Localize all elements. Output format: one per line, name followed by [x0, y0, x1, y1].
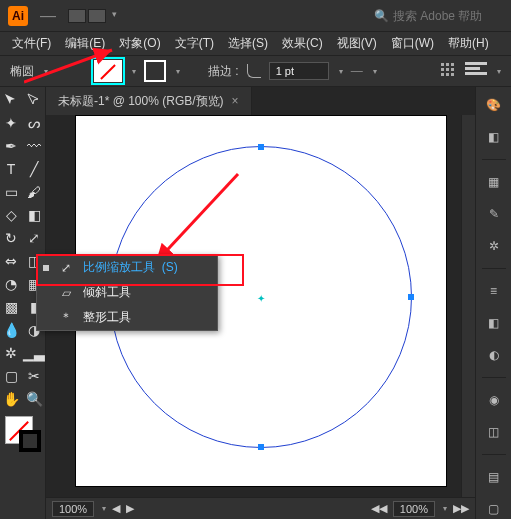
artboards-icon[interactable]: ▢ [484, 499, 504, 519]
stroke-label: 描边 : [208, 63, 239, 80]
artboard-tool[interactable]: ▢ [0, 365, 22, 387]
menu-file[interactable]: 文件(F) [6, 32, 57, 55]
layers-icon[interactable]: ▤ [484, 467, 504, 487]
chevron-down-icon[interactable]: ▾ [44, 67, 48, 76]
color-panel-icon[interactable]: 🎨 [484, 95, 504, 115]
curvature-tool[interactable]: 〰 [23, 135, 45, 157]
brushes-icon[interactable]: ✎ [484, 204, 504, 224]
nav-next[interactable]: ▶ [126, 502, 134, 515]
eyedropper-tool[interactable]: 💧 [0, 319, 22, 341]
shear-icon: ▱ [57, 286, 75, 300]
transparency-grid-icon[interactable] [441, 63, 457, 79]
scale-tool-flyout: ⤢ 比例缩放工具 (S) ▱ 倾斜工具 ＊ 整形工具 [36, 254, 218, 331]
right-panels: 🎨 ◧ ▦ ✎ ✲ ≡ ◧ ◐ ◉ ◫ ▤ ▢ [475, 87, 511, 519]
menu-help[interactable]: 帮助(H) [442, 32, 495, 55]
flyout-scale-tool[interactable]: ⤢ 比例缩放工具 (S) [37, 255, 217, 280]
options-bar: 椭圆 ▾ ▾ ▾ 描边 : 1 pt ▾ — ▾ ▾ [0, 55, 511, 87]
divider: — [40, 7, 56, 25]
flyout-label: 倾斜工具 [83, 284, 131, 301]
color-guide-icon[interactable]: ◧ [484, 127, 504, 147]
stroke-weight-field[interactable]: 1 pt [269, 62, 329, 80]
menu-object[interactable]: 对象(O) [113, 32, 166, 55]
transparency-icon[interactable]: ◐ [484, 345, 504, 365]
menu-window[interactable]: 窗口(W) [385, 32, 440, 55]
shape-label: 椭圆 [10, 63, 34, 80]
menu-view[interactable]: 视图(V) [331, 32, 383, 55]
chevron-down-icon[interactable]: ▾ [339, 67, 343, 76]
status-bar: 100% ▾ ◀ ▶ ◀◀ 100% ▾ ▶▶ [46, 497, 475, 519]
anchor-point[interactable] [408, 294, 414, 300]
paintbrush-tool[interactable]: 🖌 [23, 181, 45, 203]
slice-tool[interactable]: ✂ [23, 365, 45, 387]
appearance-icon[interactable]: ◉ [484, 390, 504, 410]
selected-marker [43, 265, 49, 271]
lasso-tool[interactable]: ᔕ [23, 112, 45, 134]
gradient-panel-icon[interactable]: ◧ [484, 313, 504, 333]
fill-swatch[interactable] [94, 60, 122, 82]
pen-tool[interactable]: ✒ [0, 135, 22, 157]
shape-builder-tool[interactable]: ◔ [0, 273, 22, 295]
scale-tool[interactable]: ⤢ [23, 227, 45, 249]
type-tool[interactable]: T [0, 158, 22, 180]
help-search[interactable]: 🔍 [374, 9, 503, 23]
width-tool[interactable]: ⇔ [0, 250, 22, 272]
nav-next-2[interactable]: ▶▶ [453, 502, 469, 515]
flyout-shear-tool[interactable]: ▱ 倾斜工具 [37, 280, 217, 305]
graphic-styles-icon[interactable]: ◫ [484, 422, 504, 442]
zoom-tool[interactable]: 🔍 [23, 388, 45, 410]
direct-selection-tool[interactable] [23, 89, 45, 111]
anchor-point[interactable] [258, 144, 264, 150]
column-graph-tool[interactable]: ▁▃ [23, 342, 45, 364]
mesh-tool[interactable]: ▩ [0, 296, 22, 318]
shaper-tool[interactable]: ◇ [0, 204, 22, 226]
menu-effect[interactable]: 效果(C) [276, 32, 329, 55]
stroke-swatch[interactable] [144, 60, 166, 82]
selection-tool[interactable] [0, 89, 22, 111]
stroke-panel-icon[interactable]: ≡ [484, 281, 504, 301]
flyout-reshape-tool[interactable]: ＊ 整形工具 [37, 305, 217, 330]
rotate-tool[interactable]: ↻ [0, 227, 22, 249]
line-tool[interactable]: ╱ [23, 158, 45, 180]
search-icon: 🔍 [374, 9, 389, 23]
menubar: 文件(F) 编辑(E) 对象(O) 文字(T) 选择(S) 效果(C) 视图(V… [0, 31, 511, 55]
menu-type[interactable]: 文字(T) [169, 32, 220, 55]
document-tab[interactable]: 未标题-1* @ 100% (RGB/预览) × [46, 87, 252, 115]
chevron-down-icon[interactable]: ▾ [176, 67, 180, 76]
nav-prev[interactable]: ◀ [112, 502, 120, 515]
swatches-icon[interactable]: ▦ [484, 172, 504, 192]
vertical-scrollbar[interactable] [461, 115, 475, 497]
chevron-down-icon[interactable]: ▾ [132, 67, 136, 76]
symbols-icon[interactable]: ✲ [484, 236, 504, 256]
zoom-field-right[interactable]: 100% [393, 501, 435, 517]
center-point: ✦ [257, 293, 265, 301]
anchor-point[interactable] [258, 444, 264, 450]
app-logo: Ai [8, 6, 28, 26]
hand-tool[interactable]: ✋ [0, 388, 22, 410]
reshape-icon: ＊ [57, 309, 75, 326]
symbol-sprayer-tool[interactable]: ✲ [0, 342, 22, 364]
flyout-label: 比例缩放工具 (S) [83, 259, 178, 276]
menu-edit[interactable]: 编辑(E) [59, 32, 111, 55]
close-icon[interactable]: × [232, 94, 239, 108]
magic-wand-tool[interactable]: ✦ [0, 112, 22, 134]
menu-select[interactable]: 选择(S) [222, 32, 274, 55]
stroke-weight-icon [247, 64, 261, 78]
document-tab-title: 未标题-1* @ 100% (RGB/预览) [58, 93, 224, 110]
eraser-tool[interactable]: ◧ [23, 204, 45, 226]
search-input[interactable] [393, 9, 503, 23]
scale-icon: ⤢ [57, 261, 75, 275]
align-panel-icon[interactable] [465, 62, 487, 80]
titlebar: Ai — ▾ 🔍 [0, 0, 511, 31]
zoom-field[interactable]: 100% [52, 501, 94, 517]
workspace-switcher[interactable]: ▾ [68, 9, 117, 23]
flyout-label: 整形工具 [83, 309, 131, 326]
nav-prev-2[interactable]: ◀◀ [371, 502, 387, 515]
rectangle-tool[interactable]: ▭ [0, 181, 22, 203]
fill-stroke-swatches[interactable] [5, 416, 41, 452]
